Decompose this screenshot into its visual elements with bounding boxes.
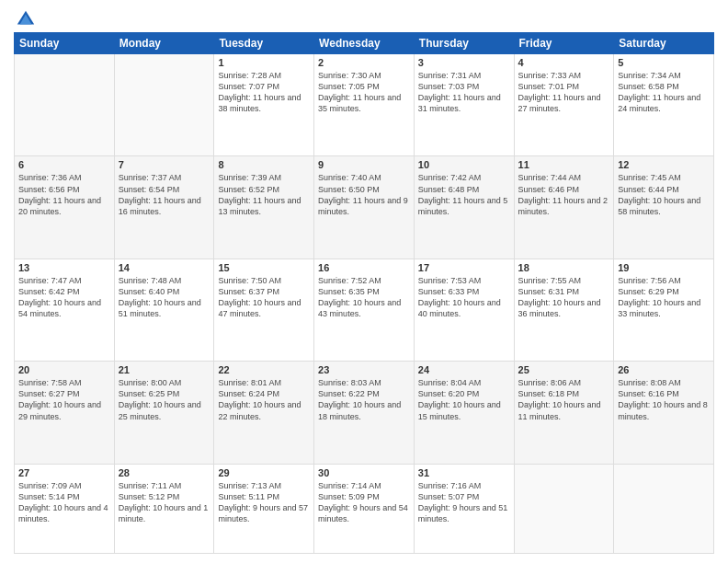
weekday-header-saturday: Saturday (614, 33, 714, 54)
day-info: Sunrise: 7:30 AMSunset: 7:05 PMDaylight:… (318, 70, 410, 115)
calendar-cell: 16Sunrise: 7:52 AMSunset: 6:35 PMDayligh… (314, 259, 415, 361)
calendar-cell: 3Sunrise: 7:31 AMSunset: 7:03 PMDaylight… (414, 54, 514, 156)
calendar-cell: 15Sunrise: 7:50 AMSunset: 6:37 PMDayligh… (214, 259, 314, 361)
calendar-cell: 30Sunrise: 7:14 AMSunset: 5:09 PMDayligh… (314, 464, 415, 554)
day-info: Sunrise: 7:47 AMSunset: 6:42 PMDaylight:… (18, 275, 110, 320)
day-info: Sunrise: 7:36 AMSunset: 6:56 PMDaylight:… (18, 172, 110, 217)
calendar-cell: 10Sunrise: 7:42 AMSunset: 6:48 PMDayligh… (414, 156, 514, 259)
day-number: 14 (119, 262, 210, 273)
day-number: 18 (518, 262, 610, 273)
calendar-cell: 14Sunrise: 7:48 AMSunset: 6:40 PMDayligh… (114, 259, 214, 361)
day-info: Sunrise: 7:56 AMSunset: 6:29 PMDaylight:… (618, 275, 710, 320)
calendar-cell: 1Sunrise: 7:28 AMSunset: 7:07 PMDaylight… (214, 54, 314, 156)
day-number: 31 (418, 467, 510, 478)
day-number: 4 (518, 57, 610, 68)
day-number: 17 (418, 262, 510, 273)
calendar-cell: 13Sunrise: 7:47 AMSunset: 6:42 PMDayligh… (15, 259, 115, 361)
day-info: Sunrise: 7:55 AMSunset: 6:31 PMDaylight:… (518, 275, 610, 320)
day-number: 15 (218, 262, 310, 273)
day-number: 3 (418, 57, 510, 68)
day-info: Sunrise: 8:06 AMSunset: 6:18 PMDaylight:… (518, 377, 610, 422)
calendar-cell: 27Sunrise: 7:09 AMSunset: 5:14 PMDayligh… (15, 464, 115, 554)
calendar-cell: 20Sunrise: 7:58 AMSunset: 6:27 PMDayligh… (15, 362, 115, 464)
day-number: 13 (18, 262, 110, 273)
day-info: Sunrise: 8:08 AMSunset: 6:16 PMDaylight:… (618, 377, 710, 422)
day-number: 1 (218, 57, 310, 68)
day-info: Sunrise: 7:39 AMSunset: 6:52 PMDaylight:… (218, 172, 310, 217)
calendar-cell: 24Sunrise: 8:04 AMSunset: 6:20 PMDayligh… (414, 362, 514, 464)
day-info: Sunrise: 7:58 AMSunset: 6:27 PMDaylight:… (18, 377, 110, 422)
calendar-cell: 2Sunrise: 7:30 AMSunset: 7:05 PMDaylight… (314, 54, 415, 156)
calendar-cell: 17Sunrise: 7:53 AMSunset: 6:33 PMDayligh… (414, 259, 514, 361)
logo-icon (16, 9, 36, 29)
day-number: 30 (318, 467, 410, 478)
weekday-header-wednesday: Wednesday (314, 33, 415, 54)
weekday-header-friday: Friday (514, 33, 614, 54)
calendar-cell: 4Sunrise: 7:33 AMSunset: 7:01 PMDaylight… (514, 54, 614, 156)
weekday-header-thursday: Thursday (414, 33, 514, 54)
page: SundayMondayTuesdayWednesdayThursdayFrid… (0, 0, 728, 563)
day-info: Sunrise: 7:44 AMSunset: 6:46 PMDaylight:… (518, 172, 610, 217)
day-number: 9 (318, 159, 410, 170)
day-info: Sunrise: 7:33 AMSunset: 7:01 PMDaylight:… (518, 70, 610, 115)
day-number: 10 (418, 159, 510, 170)
calendar: SundayMondayTuesdayWednesdayThursdayFrid… (14, 32, 714, 554)
day-number: 22 (218, 364, 310, 375)
day-number: 24 (418, 364, 510, 375)
day-info: Sunrise: 7:11 AMSunset: 5:12 PMDaylight:… (119, 480, 210, 525)
calendar-cell: 23Sunrise: 8:03 AMSunset: 6:22 PMDayligh… (314, 362, 415, 464)
day-info: Sunrise: 7:14 AMSunset: 5:09 PMDaylight:… (318, 480, 410, 525)
day-number: 6 (18, 159, 110, 170)
day-info: Sunrise: 7:52 AMSunset: 6:35 PMDaylight:… (318, 275, 410, 320)
day-number: 20 (18, 364, 110, 375)
day-number: 25 (518, 364, 610, 375)
day-info: Sunrise: 7:16 AMSunset: 5:07 PMDaylight:… (418, 480, 510, 525)
day-info: Sunrise: 7:50 AMSunset: 6:37 PMDaylight:… (218, 275, 310, 320)
day-number: 19 (618, 262, 710, 273)
day-info: Sunrise: 7:28 AMSunset: 7:07 PMDaylight:… (218, 70, 310, 115)
day-number: 8 (218, 159, 310, 170)
calendar-cell: 8Sunrise: 7:39 AMSunset: 6:52 PMDaylight… (214, 156, 314, 259)
calendar-cell: 5Sunrise: 7:34 AMSunset: 6:58 PMDaylight… (614, 54, 714, 156)
day-info: Sunrise: 7:53 AMSunset: 6:33 PMDaylight:… (418, 275, 510, 320)
day-info: Sunrise: 8:00 AMSunset: 6:25 PMDaylight:… (119, 377, 210, 422)
calendar-cell: 12Sunrise: 7:45 AMSunset: 6:44 PMDayligh… (614, 156, 714, 259)
day-number: 11 (518, 159, 610, 170)
calendar-cell: 21Sunrise: 8:00 AMSunset: 6:25 PMDayligh… (114, 362, 214, 464)
day-number: 7 (119, 159, 210, 170)
logo (14, 9, 36, 25)
calendar-cell: 31Sunrise: 7:16 AMSunset: 5:07 PMDayligh… (414, 464, 514, 554)
calendar-cell: 19Sunrise: 7:56 AMSunset: 6:29 PMDayligh… (614, 259, 714, 361)
day-info: Sunrise: 7:13 AMSunset: 5:11 PMDaylight:… (218, 480, 310, 525)
calendar-cell (114, 54, 214, 156)
weekday-header-tuesday: Tuesday (214, 33, 314, 54)
weekday-header-monday: Monday (114, 33, 214, 54)
calendar-cell: 28Sunrise: 7:11 AMSunset: 5:12 PMDayligh… (114, 464, 214, 554)
weekday-header-sunday: Sunday (15, 33, 115, 54)
calendar-cell: 22Sunrise: 8:01 AMSunset: 6:24 PMDayligh… (214, 362, 314, 464)
day-info: Sunrise: 7:40 AMSunset: 6:50 PMDaylight:… (318, 172, 410, 217)
day-number: 29 (218, 467, 310, 478)
day-info: Sunrise: 7:09 AMSunset: 5:14 PMDaylight:… (18, 480, 110, 525)
day-number: 28 (119, 467, 210, 478)
day-info: Sunrise: 7:31 AMSunset: 7:03 PMDaylight:… (418, 70, 510, 115)
calendar-cell: 26Sunrise: 8:08 AMSunset: 6:16 PMDayligh… (614, 362, 714, 464)
calendar-cell: 29Sunrise: 7:13 AMSunset: 5:11 PMDayligh… (214, 464, 314, 554)
calendar-cell (514, 464, 614, 554)
day-info: Sunrise: 7:37 AMSunset: 6:54 PMDaylight:… (119, 172, 210, 217)
day-number: 21 (119, 364, 210, 375)
calendar-cell: 18Sunrise: 7:55 AMSunset: 6:31 PMDayligh… (514, 259, 614, 361)
day-number: 27 (18, 467, 110, 478)
day-info: Sunrise: 8:03 AMSunset: 6:22 PMDaylight:… (318, 377, 410, 422)
day-number: 2 (318, 57, 410, 68)
header (14, 9, 714, 25)
day-number: 23 (318, 364, 410, 375)
day-number: 5 (618, 57, 710, 68)
calendar-cell: 6Sunrise: 7:36 AMSunset: 6:56 PMDaylight… (15, 156, 115, 259)
day-number: 16 (318, 262, 410, 273)
day-info: Sunrise: 8:04 AMSunset: 6:20 PMDaylight:… (418, 377, 510, 422)
calendar-cell (614, 464, 714, 554)
day-info: Sunrise: 7:34 AMSunset: 6:58 PMDaylight:… (618, 70, 710, 115)
day-number: 12 (618, 159, 710, 170)
calendar-cell: 7Sunrise: 7:37 AMSunset: 6:54 PMDaylight… (114, 156, 214, 259)
